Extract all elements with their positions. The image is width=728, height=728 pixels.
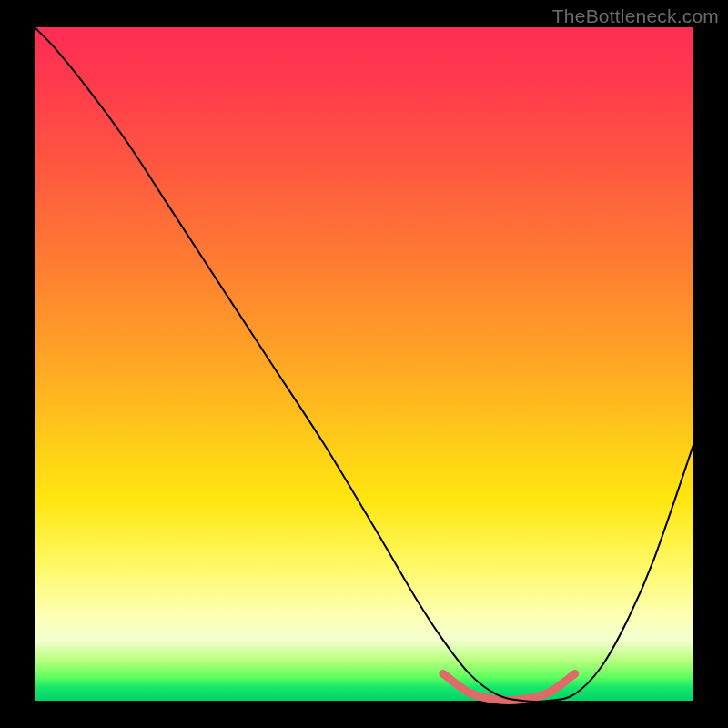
curve-layer <box>35 27 693 701</box>
watermark-text: TheBottleneck.com <box>552 5 719 27</box>
highlight-band <box>443 673 575 700</box>
main-curve <box>35 27 693 702</box>
plot-area <box>35 27 693 701</box>
chart-frame: TheBottleneck.com <box>0 0 728 728</box>
